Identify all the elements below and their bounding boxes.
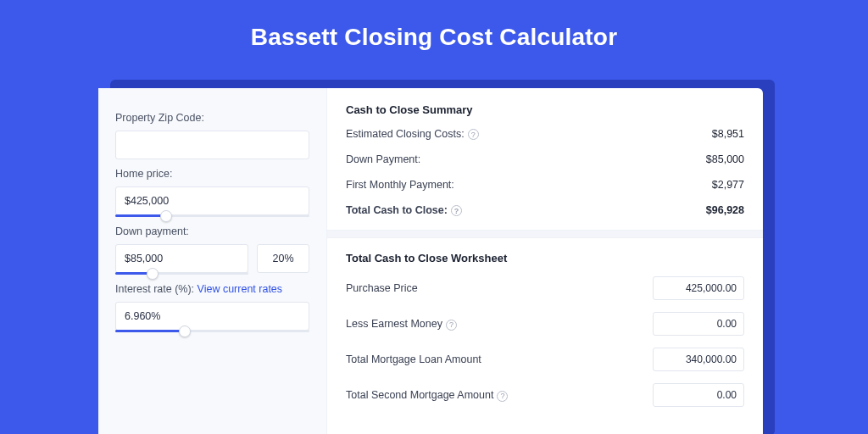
worksheet-row-label: Purchase Price	[346, 282, 418, 294]
down-input[interactable]: $85,000	[115, 244, 248, 273]
rate-label: Interest rate (%): View current rates	[115, 283, 309, 295]
page-title: Bassett Closing Cost Calculator	[0, 0, 868, 66]
view-rates-link[interactable]: View current rates	[198, 283, 283, 295]
price-label: Home price:	[115, 168, 309, 180]
worksheet-row-label: Total Second Mortgage Amount	[346, 389, 493, 401]
summary-row-value: $8,951	[712, 128, 744, 140]
worksheet-row-label: Less Earnest Money	[346, 318, 442, 330]
summary-row-value: $2,977	[712, 179, 744, 191]
worksheet-row-label: Total Mortgage Loan Amount	[346, 353, 481, 365]
worksheet-row: Less Earnest Money? 0.00	[346, 312, 744, 336]
rate-value: 6.960%	[125, 310, 160, 322]
down-slider-thumb[interactable]	[147, 268, 159, 280]
down-value: $85,000	[125, 253, 163, 264]
zip-label: Property Zip Code:	[115, 112, 309, 124]
summary-row: First Monthly Payment: $2,977	[346, 179, 744, 191]
price-input[interactable]: $425,000	[115, 186, 309, 215]
summary-row-label: Down Payment:	[346, 153, 420, 165]
help-icon[interactable]: ?	[446, 320, 457, 331]
price-value: $425,000	[125, 195, 169, 207]
calculator-card: Property Zip Code: Home price: $425,000 …	[98, 88, 763, 434]
summary-total-row: Total Cash to Close:? $96,928	[346, 204, 744, 216]
summary-row-value: $85,000	[706, 153, 744, 165]
help-icon[interactable]: ?	[468, 129, 479, 140]
inputs-panel: Property Zip Code: Home price: $425,000 …	[98, 88, 327, 434]
worksheet-input-value: 0.00	[717, 318, 737, 330]
price-slider[interactable]	[115, 214, 309, 217]
summary-row-label: Estimated Closing Costs:	[346, 128, 465, 140]
worksheet-row: Total Mortgage Loan Amount 340,000.00	[346, 348, 744, 371]
worksheet-row: Purchase Price 425,000.00	[346, 276, 744, 300]
worksheet-input[interactable]: 0.00	[653, 312, 744, 336]
summary-title: Cash to Close Summary	[346, 103, 744, 116]
rate-label-text: Interest rate (%):	[115, 283, 198, 295]
down-slider[interactable]	[115, 272, 248, 275]
help-icon[interactable]: ?	[451, 205, 462, 216]
summary-row: Estimated Closing Costs:? $8,951	[346, 128, 744, 140]
rate-slider[interactable]	[115, 330, 309, 332]
worksheet-input-value: 340,000.00	[686, 353, 737, 365]
down-pct-input[interactable]: 20%	[257, 244, 309, 273]
worksheet-input-value: 425,000.00	[686, 282, 737, 294]
summary-total-label: Total Cash to Close:	[346, 204, 448, 216]
price-slider-fill	[115, 214, 166, 217]
worksheet-input-value: 0.00	[717, 389, 737, 401]
summary-total-value: $96,928	[706, 204, 744, 216]
down-pct-value: 20%	[272, 253, 293, 264]
worksheet-title: Total Cash to Close Worksheet	[346, 252, 744, 264]
zip-input[interactable]	[115, 131, 309, 159]
worksheet-input[interactable]: 340,000.00	[653, 348, 744, 371]
results-panel: Cash to Close Summary Estimated Closing …	[327, 88, 763, 434]
rate-slider-thumb[interactable]	[179, 326, 191, 337]
worksheet-input[interactable]: 425,000.00	[653, 276, 744, 300]
rate-slider-fill	[115, 330, 185, 332]
down-label: Down payment:	[115, 225, 309, 237]
summary-row-label: First Monthly Payment:	[346, 179, 454, 191]
price-slider-thumb[interactable]	[160, 210, 172, 222]
section-divider	[327, 230, 763, 238]
worksheet-row: Total Second Mortgage Amount? 0.00	[346, 383, 744, 407]
rate-input[interactable]: 6.960%	[115, 302, 309, 331]
help-icon[interactable]: ?	[497, 391, 508, 402]
summary-row: Down Payment: $85,000	[346, 153, 744, 165]
worksheet-input[interactable]: 0.00	[653, 383, 744, 407]
